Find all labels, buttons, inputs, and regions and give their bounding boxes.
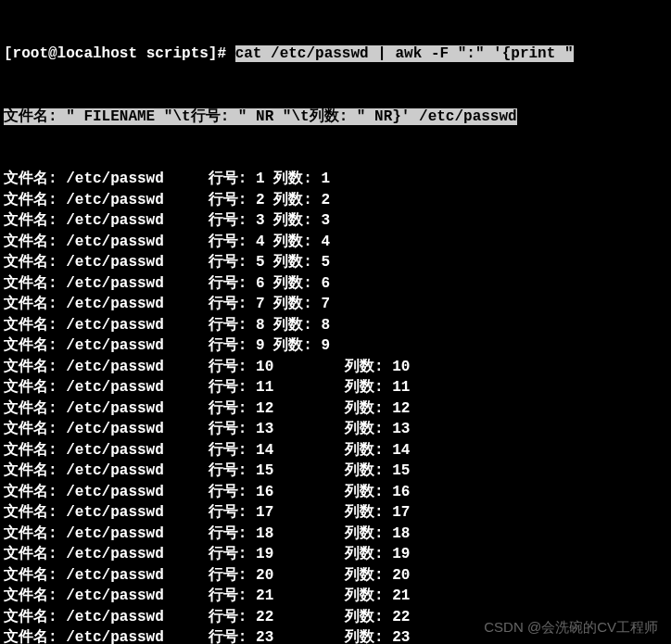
output-row: 文件名: /etc/passwd 行号: 2 列数: 2 [4,190,667,211]
output-row: 文件名: /etc/passwd 行号: 1 列数: 1 [4,169,667,190]
output-row: 文件名: /etc/passwd 行号: 12 列数: 12 [4,398,667,420]
output-row: 文件名: /etc/passwd 行号: 4 列数: 4 [4,232,667,253]
output-row: 文件名: /etc/passwd 行号: 23 列数: 23 [4,627,667,644]
command-prompt-line1: [root@localhost scripts]# cat /etc/passw… [4,44,667,65]
output-row: 文件名: /etc/passwd 行号: 7 列数: 7 [4,294,667,315]
output-row: 文件名: /etc/passwd 行号: 6 列数: 6 [4,273,667,295]
output-row: 文件名: /etc/passwd 行号: 21 列数: 21 [4,586,667,607]
output-row: 文件名: /etc/passwd 行号: 10 列数: 10 [4,357,667,378]
output-row: 文件名: /etc/passwd 行号: 9 列数: 9 [4,335,667,357]
command-text-line1: cat /etc/passwd | awk -F ":" '{print " [235,45,574,62]
output-row: 文件名: /etc/passwd 行号: 15 列数: 15 [4,461,667,482]
terminal-output: [root@localhost scripts]# cat /etc/passw… [0,0,671,644]
output-row: 文件名: /etc/passwd 行号: 11 列数: 11 [4,377,667,398]
output-row: 文件名: /etc/passwd 行号: 8 列数: 8 [4,315,667,336]
output-row: 文件名: /etc/passwd 行号: 3 列数: 3 [4,210,667,232]
output-row: 文件名: /etc/passwd 行号: 18 列数: 18 [4,524,667,545]
output-row: 文件名: /etc/passwd 行号: 14 列数: 14 [4,440,667,461]
output-row: 文件名: /etc/passwd 行号: 19 列数: 19 [4,544,667,565]
command-text-line2: 文件名: " FILENAME "\t行号: " NR "\t列数: " NR}… [4,108,517,125]
output-row: 文件名: /etc/passwd 行号: 16 列数: 16 [4,482,667,503]
output-rows: 文件名: /etc/passwd 行号: 1 列数: 1文件名: /etc/pa… [4,169,667,644]
output-row: 文件名: /etc/passwd 行号: 17 列数: 17 [4,502,667,524]
output-row: 文件名: /etc/passwd 行号: 13 列数: 13 [4,419,667,440]
output-row: 文件名: /etc/passwd 行号: 22 列数: 22 [4,607,667,628]
command-prompt-line2: 文件名: " FILENAME "\t行号: " NR "\t列数: " NR}… [4,107,667,128]
output-row: 文件名: /etc/passwd 行号: 5 列数: 5 [4,252,667,273]
prompt-prefix: [root@localhost scripts]# [4,45,235,62]
output-row: 文件名: /etc/passwd 行号: 20 列数: 20 [4,565,667,587]
